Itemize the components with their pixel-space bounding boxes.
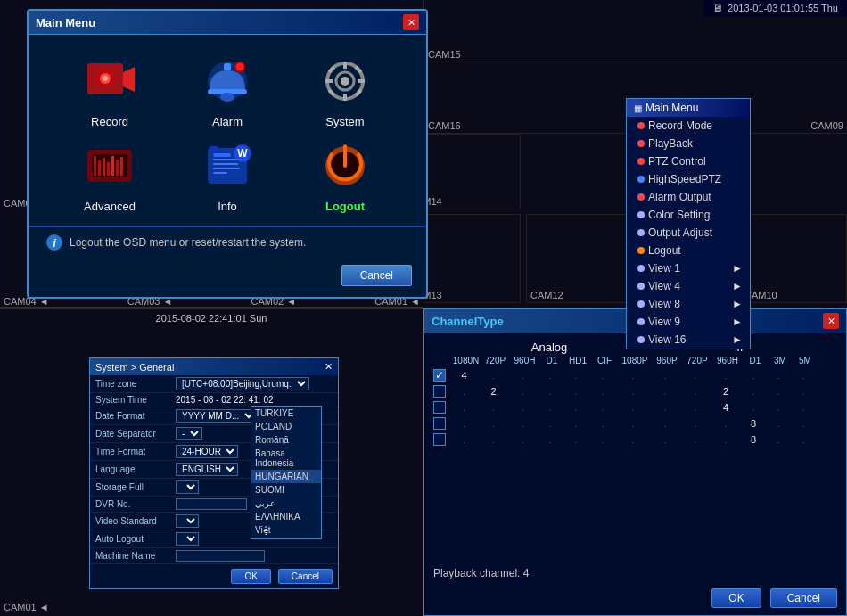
- context-item-view1[interactable]: View 1 ►: [627, 259, 750, 277]
- lang-item-hungarian[interactable]: HUNGARIAN: [251, 470, 321, 483]
- row3-checkbox[interactable]: [433, 401, 446, 414]
- r3-d1: .: [538, 402, 563, 413]
- context-item-logout[interactable]: Logout: [627, 242, 750, 259]
- output-dot: [637, 229, 645, 236]
- bottom-left-panel: 2015-08-02 22:41:01 Sun CAM01 ◄ System >…: [0, 308, 424, 616]
- sys-row-machinename: Machine Name: [90, 548, 338, 564]
- output-label: Output Adjust: [648, 226, 712, 239]
- r4-ip-d1: 8: [741, 418, 766, 429]
- alarm-label: Alarm: [212, 115, 243, 128]
- r4-ip-960h: .: [711, 418, 741, 429]
- r2-720p: 2: [479, 386, 508, 397]
- sys-cancel-button[interactable]: Cancel: [278, 569, 333, 584]
- col-hd1: HD1: [564, 356, 591, 365]
- context-item-view8[interactable]: View 8 ►: [627, 295, 750, 313]
- language-select[interactable]: ENGLISH: [176, 463, 238, 476]
- main-menu-close-button[interactable]: ✕: [403, 14, 419, 30]
- cancel-button[interactable]: Cancel: [341, 265, 412, 286]
- context-item-view4[interactable]: View 4 ►: [627, 277, 750, 295]
- row4-checkbox[interactable]: [433, 417, 446, 430]
- context-item-ptz[interactable]: PTZ Control: [627, 152, 750, 170]
- context-item-playback[interactable]: PlayBack: [627, 135, 750, 152]
- row2-checkbox[interactable]: [433, 385, 446, 398]
- channel-row-2: . 2 . . . . . . . 2 . . .: [433, 385, 837, 398]
- menu-item-record[interactable]: Record: [55, 53, 164, 128]
- bottom-left-time: 2015-08-02 22:41:01 Sun: [156, 313, 267, 324]
- datetime-display: 2013-01-03 01:01:55 Thu: [728, 3, 838, 13]
- r2-960h: .: [508, 386, 538, 397]
- r4-1080n: .: [449, 418, 479, 429]
- machinename-input[interactable]: [176, 550, 265, 562]
- svg-rect-15: [343, 62, 347, 69]
- lang-item-romana[interactable]: Română: [251, 433, 321, 447]
- svg-rect-27: [103, 158, 105, 176]
- machinename-label: Machine Name: [95, 551, 176, 561]
- lang-item-portuguese[interactable]: Português(BR): [251, 537, 321, 539]
- r5-960h: .: [508, 434, 538, 445]
- channel-row-5: . . . . . . . . . . 8 . .: [433, 433, 837, 446]
- lang-item-turkiye[interactable]: TURKIYE: [251, 407, 321, 420]
- r5-1080n: .: [449, 434, 479, 445]
- row1-checkbox[interactable]: ✓: [433, 369, 446, 382]
- context-item-color[interactable]: Color Setting: [627, 206, 750, 224]
- svg-rect-30: [116, 160, 119, 176]
- sys-ok-button[interactable]: OK: [231, 569, 270, 584]
- channel-close-button[interactable]: ✕: [823, 313, 839, 329]
- r4-960h: .: [508, 418, 538, 429]
- col-720p: 720P: [481, 356, 510, 365]
- lang-item-bahasa[interactable]: Bahasa Indonesia: [251, 447, 321, 470]
- sys-general-dialog: System > General ✕ Time zone [UTC+08:00]…: [89, 357, 339, 589]
- sys-close-button[interactable]: ✕: [325, 361, 333, 373]
- menu-item-logout[interactable]: Logout: [291, 137, 399, 213]
- menu-item-alarm[interactable]: Alarm: [173, 53, 282, 128]
- context-item-output[interactable]: Output Adjust: [627, 224, 750, 242]
- col-ip-960h: 960H: [712, 356, 743, 365]
- timeformat-select[interactable]: 24-HOUR: [176, 445, 238, 458]
- menu-item-system[interactable]: System: [291, 53, 399, 128]
- channel-ok-button[interactable]: OK: [711, 588, 761, 608]
- svg-point-4: [103, 76, 108, 81]
- channel-type-dialog: ChannelType ✕ Analog IP 1080N 720P 960H …: [424, 308, 847, 616]
- info-circle-icon: i: [46, 234, 62, 251]
- language-label: Language: [95, 464, 176, 474]
- videostandard-select[interactable]: [176, 514, 199, 528]
- context-item-view16[interactable]: View 16 ►: [627, 331, 750, 349]
- logout-message-text: Logout the OSD menu or reset/restart the…: [70, 236, 306, 249]
- dvrno-input[interactable]: [176, 498, 247, 510]
- context-item-record-mode[interactable]: Record Mode: [627, 117, 750, 135]
- col-cif: CIF: [591, 356, 618, 365]
- logout-icon: [317, 137, 374, 194]
- svg-rect-38: [210, 146, 218, 152]
- storagefull-select[interactable]: [176, 480, 199, 494]
- top-bar: 🖥 2013-01-03 01:01:55 Thu: [703, 0, 847, 16]
- lang-item-suomi[interactable]: SUOMI: [251, 483, 321, 497]
- svg-rect-26: [98, 160, 101, 176]
- r2-ip-960h: 2: [711, 386, 741, 397]
- r3-ip-960h: 4: [711, 402, 741, 413]
- r1-hd1: .: [563, 370, 589, 381]
- autologout-select[interactable]: [176, 532, 199, 546]
- dateformat-select[interactable]: YYYY MM D...: [176, 409, 257, 423]
- datesep-select[interactable]: -: [176, 427, 202, 440]
- r4-ip-720p: .: [680, 418, 711, 429]
- r2-ip-720p: .: [680, 386, 711, 397]
- menu-item-info[interactable]: W Info: [173, 137, 282, 213]
- context-item-alarm-output[interactable]: Alarm Output: [627, 188, 750, 206]
- lang-item-greek[interactable]: ΕΛΛΗΝΙΚΑ: [251, 510, 321, 523]
- timezone-select[interactable]: [UTC+08:00]Beijing,Urumq.,Ti...: [176, 377, 309, 390]
- info-icon: W: [199, 137, 256, 194]
- language-dropdown: TURKIYE POLAND Română Bahasa Indonesia H…: [251, 406, 322, 539]
- lang-item-viet[interactable]: Việt: [251, 523, 321, 537]
- lang-item-arabic[interactable]: عربي: [251, 497, 321, 510]
- context-item-view9[interactable]: View 9 ►: [627, 313, 750, 331]
- svg-marker-1: [123, 67, 135, 92]
- menu-item-advanced[interactable]: Advanced: [55, 137, 164, 213]
- svg-rect-25: [94, 156, 96, 176]
- cam09-label: CAM09: [810, 120, 843, 131]
- row5-checkbox[interactable]: [433, 433, 446, 446]
- r5-ip-d1: 8: [741, 434, 766, 445]
- context-menu-title-text: Main Menu: [646, 102, 698, 114]
- lang-item-poland[interactable]: POLAND: [251, 420, 321, 433]
- context-item-highspeedptz[interactable]: HighSpeedPTZ: [627, 170, 750, 188]
- channel-cancel-button[interactable]: Cancel: [770, 588, 837, 608]
